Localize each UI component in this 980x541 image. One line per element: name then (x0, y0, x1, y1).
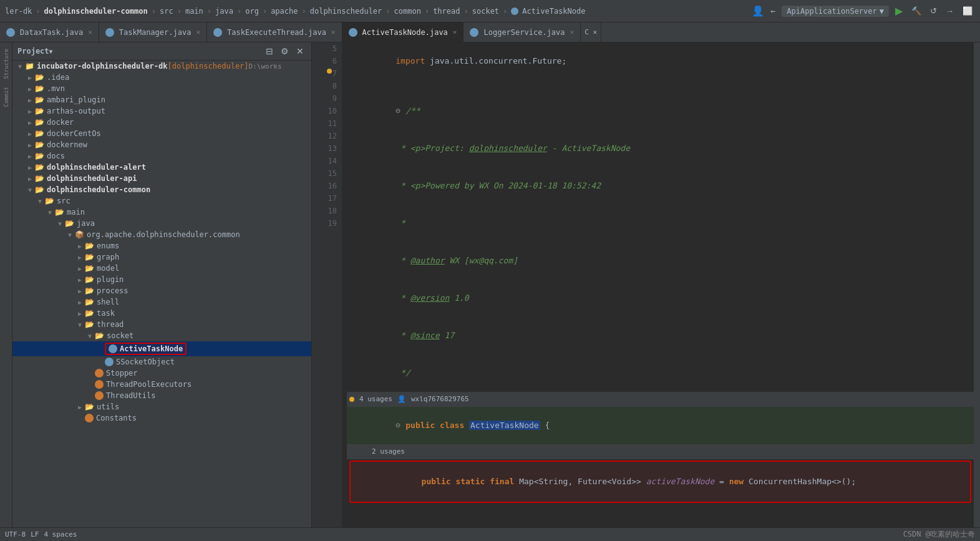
tree-arthas[interactable]: 📂 arthas-output (12, 105, 311, 117)
tree-item-label: ActiveTaskNode (120, 344, 183, 353)
tree-item-module: [dolphinscheduler] (168, 62, 249, 71)
class-file-icon (95, 391, 104, 400)
commit-icon[interactable]: Commit (2, 83, 11, 111)
folder-icon: 📂 (55, 208, 64, 217)
status-spaces: 4 spaces (44, 530, 77, 539)
tree-org-package[interactable]: 📦 org.apache.dolphinscheduler.common (12, 229, 311, 240)
tree-shell[interactable]: 📂 shell (12, 296, 311, 308)
tree-ssocketobject[interactable]: SSocketObject (12, 356, 311, 368)
usage-dot (349, 397, 354, 402)
tree-item-label: process (97, 286, 129, 295)
tree-dockercentos[interactable]: 📂 dockerCentOs (12, 128, 311, 139)
keyword-new: new (729, 477, 744, 486)
folder-icon: 📂 (35, 95, 44, 104)
tab-close-icon[interactable]: ✕ (453, 28, 457, 36)
tree-docker[interactable]: 📂 docker (12, 117, 311, 128)
arrow-icon (55, 220, 65, 227)
code-line-5: import java.util.concurrent.Future; (347, 42, 974, 80)
sep: › (207, 7, 211, 16)
scrollbar[interactable] (974, 42, 980, 527)
main-area: Structure Commit Project ▼ ⊟ ⚙ ✕ 📁 incub… (0, 42, 980, 527)
refresh-button[interactable]: ↺ (928, 5, 939, 17)
sidebar-title: Project (17, 47, 49, 56)
tree-graph[interactable]: 📂 graph (12, 251, 311, 263)
tree-ambari[interactable]: 📂 ambari_plugin (12, 94, 311, 105)
server-dropdown[interactable]: ApiApplicationServer ▼ (782, 6, 889, 17)
close-sidebar-button[interactable]: ✕ (294, 45, 306, 57)
tree-item-label: plugin (97, 275, 124, 284)
keyword-class: class (440, 421, 464, 430)
tab-close-icon[interactable]: ✕ (88, 28, 92, 36)
settings-button[interactable]: ⚙ (278, 45, 291, 57)
tab-close-icon[interactable]: ✕ (196, 28, 200, 36)
comment-line-13: * @since 17 (395, 331, 454, 340)
folder-icon: 📂 (35, 73, 44, 82)
tree-task[interactable]: 📂 task (12, 308, 311, 319)
structure-icon[interactable]: Structure (2, 45, 11, 83)
folder-icon: 📂 (95, 331, 104, 340)
run-button[interactable]: ▶ (893, 4, 905, 18)
dropdown-arrow-icon: ▼ (880, 7, 884, 16)
sep: › (263, 7, 267, 16)
tree-model[interactable]: 📂 model (12, 263, 311, 274)
tree-item-label: src (57, 197, 70, 205)
java-file-icon (6, 28, 15, 37)
tree-common[interactable]: 📂 dolphinscheduler-common (12, 184, 311, 195)
tree-docs[interactable]: 📂 docs (12, 150, 311, 162)
tree-java[interactable]: 📂 java (12, 218, 311, 229)
tree-main[interactable]: 📂 main (12, 207, 311, 218)
tree-enums[interactable]: 📂 enums (12, 240, 311, 251)
tree-item-label: .mvn (47, 84, 65, 93)
breadcrumb-socket: socket (472, 7, 499, 16)
tab-more[interactable]: C ✕ (581, 22, 601, 42)
user-icon[interactable]: 👤 (752, 5, 764, 17)
folder-icon: 📂 (35, 163, 44, 172)
tree-plugin[interactable]: 📂 plugin (12, 274, 311, 285)
breadcrumb-class-icon (511, 7, 518, 15)
tree-constants[interactable]: Constants (12, 412, 311, 424)
sp (485, 477, 490, 486)
code-editor[interactable]: 5 6 7 8 9 10 11 12 13 14 15 16 17 18 19 (312, 42, 974, 527)
tree-thread[interactable]: 📂 thread (12, 319, 311, 330)
tree-item-label: thread (97, 320, 124, 329)
maximize-button[interactable]: ⬜ (960, 5, 975, 17)
build-button[interactable]: 🔨 (909, 5, 924, 17)
tab-taskmanager[interactable]: TaskManager.java ✕ (99, 22, 207, 42)
tree-threadutils[interactable]: ThreadUtils (12, 390, 311, 401)
code-line-11: * @author WX [wx@qq.com] (347, 242, 974, 280)
tab-activetasknode[interactable]: ActiveTaskNode.java ✕ (342, 22, 464, 42)
tree-item-label: model (97, 264, 119, 273)
collapse-all-button[interactable]: ⊟ (263, 45, 276, 57)
tree-item-label: dockernew (47, 140, 87, 149)
code-line-15: ⊖public class ActiveTaskNode { (347, 407, 974, 444)
tree-item-label: ambari_plugin (47, 95, 105, 104)
back-btn[interactable]: ← (768, 5, 778, 17)
tab-close-icon[interactable]: ✕ (570, 28, 575, 36)
arrow-icon (15, 63, 25, 70)
tab-loggerservice[interactable]: LoggerService.java ✕ (463, 22, 581, 42)
arrow-icon (75, 276, 85, 283)
tree-mvn[interactable]: 📂 .mvn (12, 83, 311, 94)
arrow-icon (85, 333, 95, 339)
tab-taskexecutethread[interactable]: TaskExecuteThread.java ✕ (207, 22, 342, 42)
sep: › (301, 7, 306, 16)
tree-root[interactable]: 📁 incubator-dolphinscheduler-dk [dolphin… (12, 61, 311, 72)
code-brace: { (540, 421, 550, 430)
tree-src[interactable]: 📂 src (12, 195, 311, 207)
tree-item-label: socket (107, 331, 133, 340)
tree-stopper[interactable]: Stopper (12, 368, 311, 379)
tab-datatask[interactable]: DataxTask.java ✕ (0, 22, 99, 42)
tree-process[interactable]: 📂 process (12, 285, 311, 296)
tree-active-task-node[interactable]: ActiveTaskNode (12, 341, 311, 356)
forward-button[interactable]: → (943, 5, 956, 17)
tree-threadpoolexecutors[interactable]: ThreadPoolExecutors (12, 379, 311, 390)
tree-socket[interactable]: 📂 socket (12, 330, 311, 341)
tree-utils[interactable]: 📂 utils (12, 401, 311, 412)
sidebar-dropdown-icon[interactable]: ▼ (49, 48, 53, 55)
tree-dockernew[interactable]: 📂 dockernew (12, 139, 311, 150)
tree-idea[interactable]: 📂 .idea (12, 72, 311, 83)
tab-close-icon[interactable]: ✕ (331, 28, 336, 36)
server-label: ApiApplicationServer (787, 7, 877, 16)
tree-api[interactable]: 📂 dolphinscheduler-api (12, 173, 311, 184)
tree-alert[interactable]: 📂 dolphinscheduler-alert (12, 162, 311, 173)
